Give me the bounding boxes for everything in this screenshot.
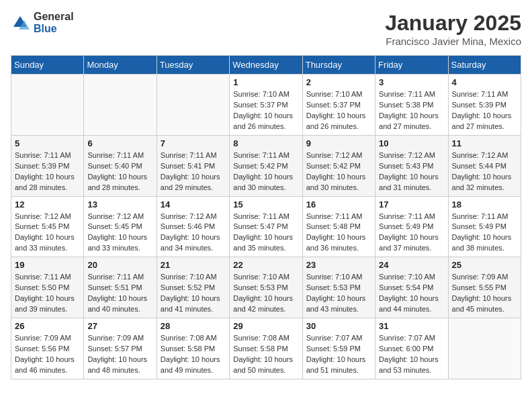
day-info: Sunrise: 7:10 AMSunset: 5:37 PMDaylight:… xyxy=(233,89,298,132)
day-number: 4 xyxy=(452,77,517,87)
calendar-week-row: 12Sunrise: 7:12 AMSunset: 5:45 PMDayligh… xyxy=(11,196,521,257)
weekday-header-row: SundayMondayTuesdayWednesdayThursdayFrid… xyxy=(11,56,521,75)
day-info: Sunrise: 7:11 AMSunset: 5:39 PMDaylight:… xyxy=(15,150,80,193)
weekday-header: Thursday xyxy=(302,56,375,75)
day-number: 7 xyxy=(161,138,226,148)
logo: General Blue xyxy=(11,11,74,34)
location-text: Francisco Javier Mina, Mexico xyxy=(385,36,521,47)
day-number: 28 xyxy=(161,321,226,331)
weekday-header: Saturday xyxy=(448,56,521,75)
day-number: 3 xyxy=(379,77,444,87)
day-info: Sunrise: 7:10 AMSunset: 5:37 PMDaylight:… xyxy=(306,89,371,132)
day-number: 9 xyxy=(306,138,371,148)
day-info: Sunrise: 7:12 AMSunset: 5:42 PMDaylight:… xyxy=(306,150,371,193)
day-number: 15 xyxy=(233,199,298,210)
day-info: Sunrise: 7:09 AMSunset: 5:55 PMDaylight:… xyxy=(452,272,517,315)
day-info: Sunrise: 7:12 AMSunset: 5:44 PMDaylight:… xyxy=(452,150,517,193)
calendar-day-cell: 4Sunrise: 7:11 AMSunset: 5:39 PMDaylight… xyxy=(448,75,521,136)
day-info: Sunrise: 7:11 AMSunset: 5:41 PMDaylight:… xyxy=(161,150,226,193)
day-number: 16 xyxy=(306,199,371,210)
month-title: January 2025 xyxy=(385,11,521,36)
day-number: 11 xyxy=(452,138,517,148)
day-number: 10 xyxy=(379,138,444,148)
day-info: Sunrise: 7:08 AMSunset: 5:58 PMDaylight:… xyxy=(161,333,226,376)
day-number: 13 xyxy=(87,199,152,210)
calendar-day-cell: 29Sunrise: 7:08 AMSunset: 5:58 PMDayligh… xyxy=(230,318,302,379)
calendar-day-cell: 31Sunrise: 7:07 AMSunset: 6:00 PMDayligh… xyxy=(375,318,448,379)
day-info: Sunrise: 7:09 AMSunset: 5:56 PMDaylight:… xyxy=(15,333,80,376)
day-number: 23 xyxy=(306,260,371,270)
logo-general-text: General xyxy=(34,11,74,23)
calendar-day-cell: 30Sunrise: 7:07 AMSunset: 5:59 PMDayligh… xyxy=(302,318,375,379)
calendar-day-cell: 6Sunrise: 7:11 AMSunset: 5:40 PMDaylight… xyxy=(84,135,157,196)
calendar-day-cell: 25Sunrise: 7:09 AMSunset: 5:55 PMDayligh… xyxy=(448,257,521,318)
day-info: Sunrise: 7:10 AMSunset: 5:53 PMDaylight:… xyxy=(233,272,298,315)
day-number: 25 xyxy=(452,260,517,270)
day-number: 26 xyxy=(15,321,80,331)
calendar-day-cell: 16Sunrise: 7:11 AMSunset: 5:48 PMDayligh… xyxy=(302,196,375,257)
calendar-day-cell: 11Sunrise: 7:12 AMSunset: 5:44 PMDayligh… xyxy=(448,135,521,196)
calendar-day-cell: 26Sunrise: 7:09 AMSunset: 5:56 PMDayligh… xyxy=(11,318,84,379)
day-number: 19 xyxy=(15,260,80,270)
calendar-day-cell: 14Sunrise: 7:12 AMSunset: 5:46 PMDayligh… xyxy=(157,196,229,257)
calendar-day-cell xyxy=(448,318,521,379)
day-info: Sunrise: 7:11 AMSunset: 5:49 PMDaylight:… xyxy=(452,212,517,255)
calendar-day-cell: 28Sunrise: 7:08 AMSunset: 5:58 PMDayligh… xyxy=(157,318,229,379)
calendar-day-cell: 10Sunrise: 7:12 AMSunset: 5:43 PMDayligh… xyxy=(375,135,448,196)
day-number: 17 xyxy=(379,199,444,210)
day-number: 27 xyxy=(87,321,152,331)
day-number: 20 xyxy=(87,260,152,270)
calendar-day-cell xyxy=(11,75,84,136)
day-number: 5 xyxy=(15,138,80,148)
day-info: Sunrise: 7:12 AMSunset: 5:46 PMDaylight:… xyxy=(161,212,226,255)
day-info: Sunrise: 7:11 AMSunset: 5:48 PMDaylight:… xyxy=(306,212,371,255)
day-info: Sunrise: 7:11 AMSunset: 5:49 PMDaylight:… xyxy=(379,212,444,255)
day-info: Sunrise: 7:11 AMSunset: 5:50 PMDaylight:… xyxy=(15,272,80,315)
day-number: 12 xyxy=(15,199,80,210)
day-info: Sunrise: 7:10 AMSunset: 5:54 PMDaylight:… xyxy=(379,272,444,315)
day-info: Sunrise: 7:09 AMSunset: 5:57 PMDaylight:… xyxy=(87,333,152,376)
day-number: 1 xyxy=(233,77,298,87)
calendar-day-cell: 2Sunrise: 7:10 AMSunset: 5:37 PMDaylight… xyxy=(302,75,375,136)
calendar-week-row: 1Sunrise: 7:10 AMSunset: 5:37 PMDaylight… xyxy=(11,75,521,136)
logo-blue-text: Blue xyxy=(34,23,74,35)
day-number: 30 xyxy=(306,321,371,331)
page-header: General Blue January 2025 Francisco Javi… xyxy=(11,11,521,47)
calendar-day-cell: 13Sunrise: 7:12 AMSunset: 5:45 PMDayligh… xyxy=(84,196,157,257)
calendar-day-cell: 15Sunrise: 7:11 AMSunset: 5:47 PMDayligh… xyxy=(230,196,302,257)
calendar-week-row: 5Sunrise: 7:11 AMSunset: 5:39 PMDaylight… xyxy=(11,135,521,196)
calendar-day-cell: 23Sunrise: 7:10 AMSunset: 5:53 PMDayligh… xyxy=(302,257,375,318)
day-info: Sunrise: 7:11 AMSunset: 5:38 PMDaylight:… xyxy=(379,89,444,132)
weekday-header: Sunday xyxy=(11,56,84,75)
day-number: 24 xyxy=(379,260,444,270)
day-number: 21 xyxy=(161,260,226,270)
calendar-day-cell: 9Sunrise: 7:12 AMSunset: 5:42 PMDaylight… xyxy=(302,135,375,196)
calendar-day-cell xyxy=(84,75,157,136)
day-number: 8 xyxy=(233,138,298,148)
day-number: 31 xyxy=(379,321,444,331)
calendar-day-cell: 18Sunrise: 7:11 AMSunset: 5:49 PMDayligh… xyxy=(448,196,521,257)
day-info: Sunrise: 7:07 AMSunset: 5:59 PMDaylight:… xyxy=(306,333,371,376)
day-number: 29 xyxy=(233,321,298,331)
calendar-day-cell: 7Sunrise: 7:11 AMSunset: 5:41 PMDaylight… xyxy=(157,135,229,196)
calendar-day-cell xyxy=(157,75,229,136)
calendar-day-cell: 3Sunrise: 7:11 AMSunset: 5:38 PMDaylight… xyxy=(375,75,448,136)
calendar-day-cell: 27Sunrise: 7:09 AMSunset: 5:57 PMDayligh… xyxy=(84,318,157,379)
day-number: 2 xyxy=(306,77,371,87)
calendar-day-cell: 21Sunrise: 7:10 AMSunset: 5:52 PMDayligh… xyxy=(157,257,229,318)
calendar-day-cell: 24Sunrise: 7:10 AMSunset: 5:54 PMDayligh… xyxy=(375,257,448,318)
calendar-day-cell: 22Sunrise: 7:10 AMSunset: 5:53 PMDayligh… xyxy=(230,257,302,318)
title-block: January 2025 Francisco Javier Mina, Mexi… xyxy=(385,11,521,47)
day-info: Sunrise: 7:12 AMSunset: 5:45 PMDaylight:… xyxy=(87,212,152,255)
weekday-header: Tuesday xyxy=(157,56,229,75)
day-number: 6 xyxy=(87,138,152,148)
day-info: Sunrise: 7:11 AMSunset: 5:42 PMDaylight:… xyxy=(233,150,298,193)
weekday-header: Monday xyxy=(84,56,157,75)
day-info: Sunrise: 7:10 AMSunset: 5:52 PMDaylight:… xyxy=(161,272,226,315)
calendar-day-cell: 8Sunrise: 7:11 AMSunset: 5:42 PMDaylight… xyxy=(230,135,302,196)
calendar-day-cell: 12Sunrise: 7:12 AMSunset: 5:45 PMDayligh… xyxy=(11,196,84,257)
calendar-week-row: 19Sunrise: 7:11 AMSunset: 5:50 PMDayligh… xyxy=(11,257,521,318)
calendar-week-row: 26Sunrise: 7:09 AMSunset: 5:56 PMDayligh… xyxy=(11,318,521,379)
day-info: Sunrise: 7:11 AMSunset: 5:40 PMDaylight:… xyxy=(87,150,152,193)
day-info: Sunrise: 7:10 AMSunset: 5:53 PMDaylight:… xyxy=(306,272,371,315)
